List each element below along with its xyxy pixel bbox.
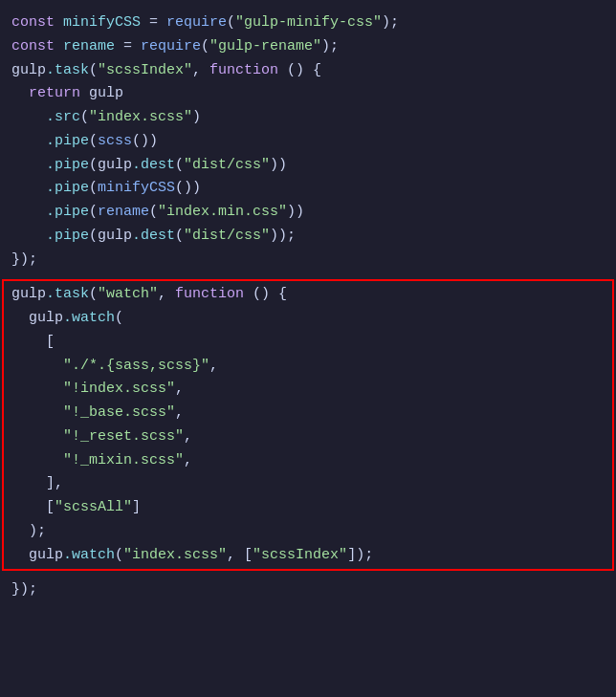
code-token: rename [98, 204, 149, 220]
code-token: () { [244, 286, 287, 302]
code-token: "!_base.scss" [63, 404, 175, 421]
code-token: ( [89, 133, 98, 149]
code-token: }); [11, 581, 37, 598]
code-token: ( [89, 228, 98, 244]
code-token: const [11, 38, 63, 54]
code-token: gulp [11, 310, 63, 326]
code-token: , [158, 286, 175, 302]
bottom-code-block: }); [0, 575, 616, 606]
code-token: gulp [11, 547, 63, 563]
code-token: ( [227, 14, 235, 31]
code-token: rename [63, 38, 115, 54]
code-token: = [141, 14, 166, 31]
code-token: function [209, 62, 278, 78]
code-token: , [184, 428, 192, 445]
code-line: "!_base.scss", [11, 402, 605, 425]
code-token [11, 404, 63, 421]
code-token: gulp [98, 157, 132, 173]
code-token: }); [11, 251, 37, 268]
code-token: ); [321, 38, 339, 54]
code-token: .watch [63, 310, 115, 326]
code-line: return gulp [11, 82, 605, 106]
code-token: .task [46, 62, 89, 78]
code-token: ( [89, 204, 98, 220]
code-token: ( [149, 204, 158, 220]
code-token: [ [11, 499, 55, 515]
code-token: , [ [227, 547, 253, 563]
code-token [11, 452, 63, 468]
code-line: .src("index.scss") [11, 106, 605, 130]
code-token: .dest [132, 228, 175, 244]
code-line: "!_mixin.scss", [11, 449, 605, 473]
code-line: .pipe(rename("index.min.css")) [11, 201, 605, 225]
code-token: ( [89, 180, 98, 196]
code-token: "!_mixin.scss" [63, 452, 184, 468]
code-line: ); [11, 520, 605, 544]
code-token: ( [89, 157, 98, 173]
code-token: .pipe [11, 180, 89, 196]
code-token: "index.min.css" [158, 204, 287, 220]
code-token: .pipe [11, 228, 89, 244]
code-line: gulp.watch( [11, 307, 605, 331]
code-token: ]); [347, 547, 373, 563]
highlighted-code-block: gulp.task("watch", function () { gulp.wa… [2, 279, 614, 571]
code-token: .pipe [11, 157, 89, 173]
code-token: ()) [132, 133, 158, 149]
code-token: "gulp-minify-css" [235, 14, 382, 31]
code-token: ( [115, 547, 123, 563]
code-token: )) [270, 157, 287, 173]
code-token: scss [98, 133, 132, 149]
code-token: ( [115, 310, 123, 326]
code-token: "scssAll" [55, 499, 132, 515]
code-token: )); [270, 228, 296, 244]
code-token: ); [11, 523, 46, 539]
code-line: .pipe(gulp.dest("dist/css")); [11, 225, 605, 249]
code-line: const rename = require("gulp-rename"); [11, 35, 605, 59]
code-token: const [11, 14, 63, 31]
code-token: , [192, 62, 209, 78]
code-line: "./*.{sass,scss}", [11, 355, 605, 379]
code-token: gulp [11, 62, 46, 78]
code-line: const minifyCSS = require("gulp-minify-c… [11, 11, 605, 35]
code-token: "gulp-rename" [209, 38, 321, 54]
code-line: ["scssAll"] [11, 496, 605, 520]
code-token: require [166, 14, 227, 31]
code-token: ], [11, 475, 63, 491]
code-token: require [141, 38, 201, 54]
code-token: , [175, 404, 184, 421]
code-token: .task [46, 286, 89, 302]
code-token: ( [89, 62, 98, 78]
code-token: minifyCSS [63, 14, 141, 31]
code-token: ( [175, 157, 184, 173]
code-token: "dist/css" [184, 157, 270, 173]
code-line: .pipe(minifyCSS()) [11, 177, 605, 201]
code-token: .pipe [11, 133, 89, 149]
code-container: const minifyCSS = require("gulp-minify-c… [0, 0, 616, 614]
code-token: gulp [98, 228, 132, 244]
code-token: "dist/css" [184, 228, 270, 244]
code-token: .watch [63, 547, 115, 563]
code-token: = [115, 38, 141, 54]
code-token: ()) [175, 180, 201, 196]
code-line: [ [11, 331, 605, 355]
code-token: ( [175, 228, 184, 244]
code-token: "scssIndex" [98, 62, 192, 78]
code-token: "index.scss" [123, 547, 227, 563]
code-token: "watch" [98, 286, 158, 302]
code-line: gulp.watch("index.scss", ["scssIndex"]); [11, 544, 605, 568]
code-token: ] [132, 499, 141, 515]
code-token: ) [192, 109, 201, 125]
code-token: "!index.scss" [63, 381, 175, 397]
code-token: gulp [89, 85, 123, 101]
code-token: .src [11, 109, 80, 125]
code-token: function [175, 286, 244, 302]
code-token: "!_reset.scss" [63, 428, 184, 445]
code-token: .dest [132, 157, 175, 173]
code-token: return [29, 85, 89, 101]
code-token: "./*.{sass,scss}" [63, 358, 209, 374]
code-token: minifyCSS [98, 180, 175, 196]
code-line: "!index.scss", [11, 378, 605, 402]
code-token: [ [11, 334, 55, 350]
code-token [11, 381, 63, 397]
code-line: gulp.task("watch", function () { [11, 283, 605, 307]
